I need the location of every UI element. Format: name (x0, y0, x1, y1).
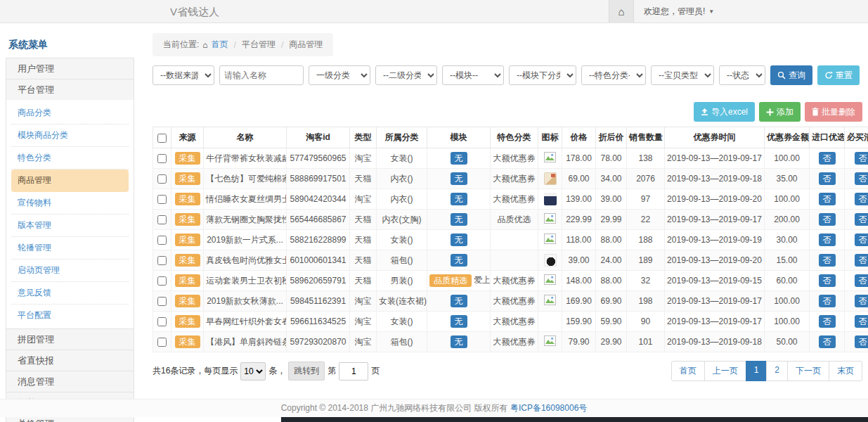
sidebar-group-1[interactable]: 平台管理 (6, 79, 134, 101)
row-checkbox[interactable] (157, 317, 167, 326)
sidebar-item-11[interactable]: 平台配置 (11, 305, 129, 326)
sidebar-item-3[interactable]: 模块商品分类 (11, 124, 129, 147)
filter-item-type[interactable]: --宝贝类型-- (651, 65, 714, 85)
must-buy-toggle[interactable]: 否 (855, 274, 868, 287)
cell-source: 采集 (171, 250, 204, 271)
user-menu[interactable]: 欢迎您，管理员! ▼ (634, 0, 724, 23)
cell-name: 情侣睡衣女夏丝绸男士... (204, 189, 287, 210)
import-select-toggle[interactable]: 否 (819, 295, 836, 307)
pager-button-上一页[interactable]: 上一页 (704, 361, 746, 381)
cell-icon (538, 169, 562, 189)
sidebar-item-6[interactable]: 宣传物料 (11, 192, 129, 215)
import-select-toggle[interactable]: 否 (819, 254, 836, 267)
filter-module-subcategory[interactable]: --模块下分类-- (509, 65, 576, 85)
sidebar-item-4[interactable]: 特色分类 (11, 147, 129, 170)
cell-discount-price: 24.00 (596, 250, 627, 271)
row-checkbox[interactable] (157, 297, 167, 306)
row-checkbox[interactable] (157, 338, 167, 347)
filter-status[interactable]: --状态-- (719, 65, 765, 85)
icp-link[interactable]: 粤ICP备16098006号 (510, 402, 587, 414)
must-buy-toggle[interactable]: 否 (855, 234, 868, 246)
home-button[interactable]: ⌂ (609, 0, 634, 23)
must-buy-toggle[interactable]: 否 (855, 152, 868, 165)
import-select-toggle[interactable]: 否 (819, 315, 836, 328)
filter-module[interactable]: --模块-- (442, 65, 504, 85)
cell-import-select: 否 (810, 189, 845, 210)
filter-level2-category[interactable]: --二级分类-- (375, 65, 437, 85)
import-select-toggle[interactable]: 否 (819, 152, 836, 165)
cell-must-buy: 否 (845, 230, 868, 250)
filter-level1-category[interactable]: 一级分类 (309, 65, 370, 85)
search-button[interactable]: 查询 (770, 65, 812, 85)
cell-discount-price: 69.90 (596, 291, 627, 312)
import-excel-button[interactable]: 导入excel (694, 102, 755, 122)
filter-feature-category[interactable]: --特色分类-- (581, 65, 646, 85)
sidebar-group-12[interactable]: 拼团管理 (6, 328, 134, 350)
sidebar-item-7[interactable]: 版本管理 (11, 215, 129, 237)
cell-name: 运动套装男士卫衣初秋... (204, 271, 287, 291)
sidebar-group-13[interactable]: 省直快报 (6, 350, 134, 371)
sidebar-item-5[interactable]: 商品管理 (11, 170, 129, 192)
pager-button-首页[interactable]: 首页 (671, 361, 705, 381)
row-checkbox[interactable] (157, 195, 167, 204)
row-checkbox[interactable] (157, 174, 167, 184)
cell-sales: 2076 (627, 169, 665, 189)
row-checkbox[interactable] (157, 276, 167, 286)
module-badge: 无 (451, 295, 467, 307)
sidebar-item-2[interactable]: 商品分类 (11, 102, 129, 124)
pager-button-1[interactable]: 1 (746, 361, 767, 381)
pager-button-末页[interactable]: 末页 (829, 361, 862, 381)
row-checkbox[interactable] (157, 256, 167, 265)
col-header-5: 模块 (427, 127, 491, 148)
row-checkbox[interactable] (157, 236, 167, 245)
select-all-checkbox[interactable] (157, 134, 167, 143)
cell-price: 39.00 (562, 250, 596, 271)
sidebar-group-14[interactable]: 消息管理 (6, 371, 134, 392)
import-select-toggle[interactable]: 否 (819, 172, 836, 185)
cell-source: 采集 (171, 148, 204, 169)
cell-coupon-amount: 15.00 (765, 250, 810, 271)
must-buy-toggle[interactable]: 否 (855, 254, 868, 267)
import-select-toggle[interactable]: 否 (819, 213, 836, 226)
cell-sales: 188 (627, 230, 665, 250)
cell-feature: 大额优惠券 (491, 291, 538, 312)
jump-button[interactable]: 跳转到 (288, 362, 325, 381)
table-row: 采集真皮钱包时尚优雅女士...601000601341天猫箱包()无39.002… (153, 250, 868, 271)
cell-discount-price: 59.90 (596, 312, 627, 332)
sidebar-item-9[interactable]: 启动页管理 (11, 260, 129, 282)
must-buy-toggle[interactable]: 否 (855, 315, 868, 328)
add-button[interactable]: 添加 (759, 102, 801, 122)
broken-image-icon (544, 274, 556, 285)
home-icon: ⌂ (618, 6, 624, 18)
sidebar-group-0[interactable]: 用户管理 (6, 58, 134, 79)
page-number-input[interactable] (339, 362, 368, 381)
import-select-toggle[interactable]: 否 (819, 335, 836, 348)
must-buy-toggle[interactable]: 否 (855, 193, 868, 205)
cell-price: 148.00 (562, 271, 596, 291)
col-header-9: 折后价 (596, 127, 627, 148)
sidebar-item-10[interactable]: 意见反馈 (11, 282, 129, 305)
reset-button[interactable]: 重置 (817, 65, 860, 85)
cell-type: 天猫 (350, 210, 377, 230)
name-search-input[interactable] (219, 65, 304, 85)
import-select-toggle[interactable]: 否 (819, 193, 836, 205)
pager-button-下一页[interactable]: 下一页 (787, 361, 829, 381)
must-buy-toggle[interactable]: 否 (855, 172, 868, 185)
batch-delete-button[interactable]: 批量删除 (805, 102, 862, 122)
breadcrumb-home-link[interactable]: 首页 (212, 39, 228, 51)
must-buy-toggle[interactable]: 否 (855, 213, 868, 226)
sidebar-item-8[interactable]: 轮播管理 (11, 237, 129, 260)
per-page-select[interactable]: 10 (240, 362, 266, 381)
import-select-toggle[interactable]: 否 (819, 274, 836, 287)
must-buy-toggle[interactable]: 否 (855, 295, 868, 307)
must-buy-toggle[interactable]: 否 (855, 335, 868, 348)
search-icon (777, 71, 786, 79)
import-select-toggle[interactable]: 否 (819, 234, 836, 246)
row-checkbox[interactable] (157, 215, 167, 224)
row-checkbox[interactable] (157, 154, 167, 163)
footer: Copyright © 2014-2018 广州九驰网络科技有限公司 版权所有 … (0, 399, 868, 417)
pager-button-2[interactable]: 2 (766, 361, 788, 381)
trash-icon (812, 108, 819, 116)
filter-data-source[interactable]: --数据来源-- (153, 65, 214, 85)
cell-sales: 22 (627, 210, 665, 230)
